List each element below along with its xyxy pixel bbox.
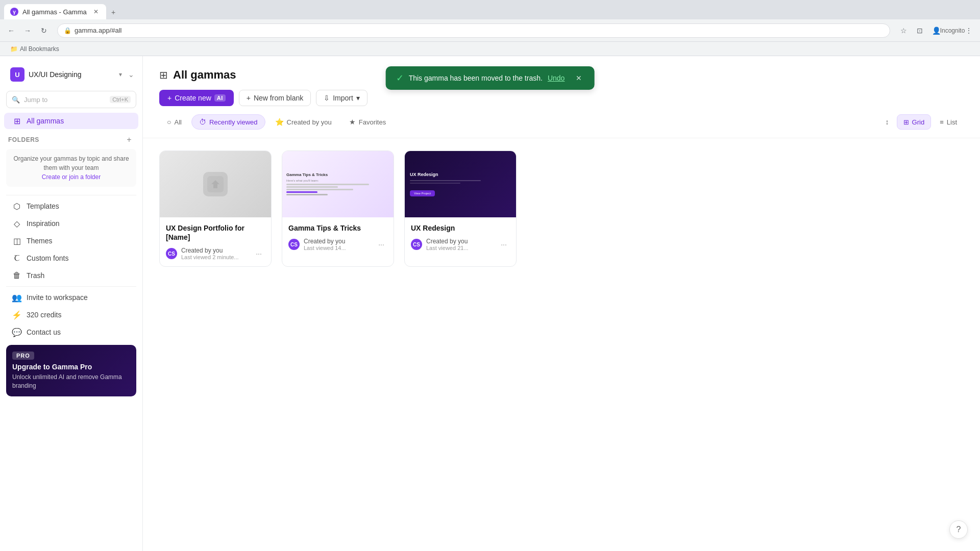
filter-all[interactable]: ○ All [159,114,189,130]
grid-label: Grid [912,118,925,126]
sidebar-item-all-gammas[interactable]: ⊞ All gammas [4,113,138,129]
sidebar-item-custom-fonts[interactable]: Ꞇ Custom fonts [4,250,138,266]
menu-button[interactable]: ⋮ [962,23,976,38]
credits-icon: ⚡ [12,310,21,319]
favorites-icon: ★ [349,118,356,126]
list-view-button[interactable]: ≡ List [933,114,964,130]
card-meta-2: Created by you Last viewed 14... [304,238,371,251]
card-author-3: Created by you [426,238,494,245]
tips-thumbnail-content: Gamma Tips & Tricks Here's what you'll l… [282,168,394,201]
card-more-button-3[interactable]: ··· [498,238,510,251]
card-body-2: Gamma Tips & Tricks CS Created by you La… [282,217,394,257]
sidebar-divider-1 [6,195,136,195]
card-avatar-1: CS [166,248,177,259]
new-tab-button[interactable]: + [106,5,120,19]
sidebar-resize-handle[interactable] [142,56,144,551]
sidebar-item-templates[interactable]: ⬡ Templates [4,198,138,214]
toast-close-button[interactable]: ✕ [574,73,584,83]
filter-all-icon: ○ [167,118,171,126]
import-chevron-icon: ▾ [356,94,360,102]
import-button[interactable]: ⇩ Import ▾ [316,90,368,106]
address-bar[interactable]: 🔒 gamma.app/#all [57,23,890,38]
workspace-avatar: U [10,67,24,82]
sidebar-header: U UX/UI Designing ▾ ⌄ [0,62,142,89]
folder-info-box: Organize your gammas by topic and share … [6,149,136,187]
upgrade-box[interactable]: PRO Upgrade to Gamma Pro Unlock unlimite… [6,345,136,396]
card-more-button-1[interactable]: ··· [253,247,265,260]
card-footer-2: CS Created by you Last viewed 14... ··· [288,238,387,251]
card-footer-3: CS Created by you Last viewed 21... ··· [411,238,510,251]
plus-icon: + [167,94,172,102]
filter-created-by-you[interactable]: ⭐ Created by you [267,114,339,130]
sidebar-item-credits[interactable]: ⚡ 320 credits [4,307,138,323]
grid-view-button[interactable]: ⊞ Grid [897,114,932,130]
nav-bar: ← → ↻ 🔒 gamma.app/#all ☆ ⊡ 👤 Incognito ⋮ [0,19,980,42]
search-box[interactable]: 🔍 Jump to Ctrl+K [6,91,136,108]
sidebar-item-inspiration[interactable]: ◇ Inspiration [4,215,138,232]
add-folder-button[interactable]: + [124,135,134,145]
active-tab[interactable]: All gammas - Gamma ✕ [4,4,106,19]
forward-button[interactable]: → [20,23,35,38]
sidebar-scroll-button[interactable]: ⌄ [126,69,136,80]
card-ux-design-portfolio[interactable]: UX Design Portfolio for [Name] CS Create… [159,151,272,267]
help-button[interactable]: ? [949,520,968,539]
card-gamma-tips[interactable]: Gamma Tips & Tricks Here's what you'll l… [282,151,394,267]
new-blank-label: New from blank [254,94,303,102]
create-new-button[interactable]: + Create new AI [159,90,234,106]
sidebar-item-invite[interactable]: 👥 Invite to workspace [4,289,138,306]
card-body-1: UX Design Portfolio for [Name] CS Create… [160,217,271,266]
page-icon: ⊞ [159,69,168,81]
sidebar-item-themes[interactable]: ◫ Themes [4,233,138,249]
toast-success-icon: ✓ [396,72,404,84]
back-button[interactable]: ← [4,23,18,38]
card-ux-redesign[interactable]: UX Redesign View Project UX Redesign CS [404,151,517,267]
upgrade-description: Unlock unlimited AI and remove Gamma bra… [12,373,130,390]
tab-title: All gammas - Gamma [22,8,87,16]
credits-label: 320 credits [27,311,61,319]
workspace-selector[interactable]: U UX/UI Designing ▾ [6,64,126,85]
card-title-3: UX Redesign [411,223,510,233]
gamma-logo-placeholder [203,172,228,196]
new-from-blank-button[interactable]: + New from blank [239,90,311,106]
created-by-you-icon: ⭐ [275,118,284,126]
browser-actions: ☆ ⊡ 👤 Incognito ⋮ [896,23,976,38]
chevron-down-icon: ▾ [119,71,122,78]
search-placeholder: Jump to [24,96,106,104]
custom-fonts-icon: Ꞇ [12,254,21,263]
reload-button[interactable]: ↻ [37,23,51,38]
extension-button[interactable]: ⊡ [913,23,927,38]
page-title: All gammas [173,68,236,82]
card-thumbnail-3: UX Redesign View Project [405,151,516,217]
folder-info-text: Organize your gammas by topic and share … [13,155,129,171]
import-label: Import [333,94,353,102]
card-footer-1: CS Created by you Last viewed 2 minute..… [166,247,265,260]
pro-badge: PRO [12,352,34,360]
card-title-2: Gamma Tips & Tricks [288,223,387,233]
all-bookmarks-item[interactable]: 📁 All Bookmarks [6,44,63,54]
blank-plus-icon: + [247,94,251,102]
sidebar-item-trash[interactable]: 🗑 Trash [4,267,138,284]
created-by-you-label: Created by you [287,118,332,126]
favorites-label: Favorites [359,118,386,126]
search-shortcut-badge: Ctrl+K [110,96,131,103]
toast-undo-button[interactable]: Undo [548,74,565,82]
filter-recently-viewed[interactable]: ⏱ Recently viewed [191,114,265,130]
inspiration-label: Inspiration [27,219,60,228]
sidebar-item-label: All gammas [27,117,64,125]
custom-fonts-label: Custom fonts [27,254,68,262]
tab-close-button[interactable]: ✕ [92,8,100,16]
sidebar-item-contact[interactable]: 💬 Contact us [4,324,138,340]
sort-button[interactable]: ↕ [880,114,895,130]
create-folder-link[interactable]: Create or join a folder [42,173,101,181]
cards-grid: UX Design Portfolio for [Name] CS Create… [159,151,964,267]
folders-section-header: Folders + [0,130,142,147]
filter-favorites[interactable]: ★ Favorites [341,114,394,130]
bookmark-star-button[interactable]: ☆ [896,23,911,38]
card-more-button-2[interactable]: ··· [375,238,387,251]
upgrade-title: Upgrade to Gamma Pro [12,363,130,371]
trash-icon: 🗑 [12,271,21,280]
bookmarks-bar: 📁 All Bookmarks [0,42,980,56]
themes-label: Themes [27,237,53,245]
filter-bar: ○ All ⏱ Recently viewed ⭐ Created by you… [159,114,964,130]
card-thumbnail-1 [160,151,271,217]
